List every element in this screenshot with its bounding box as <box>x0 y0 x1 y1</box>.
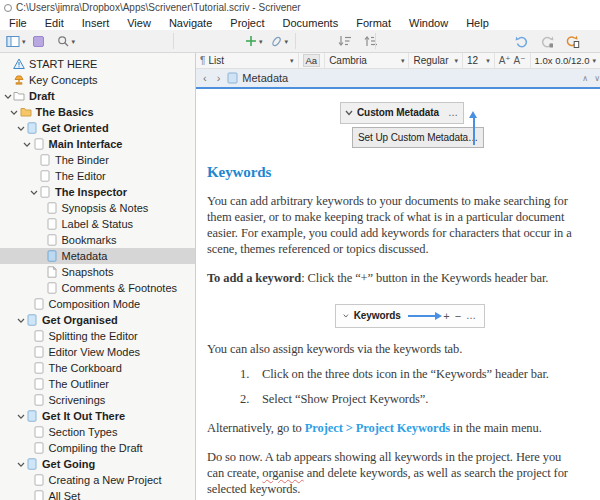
binder-item-get-it-out-there[interactable]: Get It Out There <box>0 408 195 424</box>
attach-button[interactable]: ▾ <box>268 34 291 49</box>
menu-help[interactable]: Help <box>457 15 498 30</box>
back-button[interactable]: ‹ <box>200 72 210 84</box>
binder-item-the-binder[interactable]: The Binder <box>0 152 195 168</box>
inspector-toggle-button[interactable] <box>31 35 46 48</box>
expand-chevron-icon[interactable] <box>15 317 26 324</box>
menu-view[interactable]: View <box>118 15 160 30</box>
chevron-down-icon <box>345 110 353 116</box>
expand-chevron-icon[interactable] <box>15 125 26 132</box>
expand-chevron-icon[interactable] <box>9 109 20 116</box>
binder-item-get-going[interactable]: Get Going <box>0 456 195 472</box>
binder-item-snapshots[interactable]: Snapshots <box>0 264 195 280</box>
binder-item-key-concepts[interactable]: Key Concepts <box>0 72 195 88</box>
binder-item-splitting-the-editor[interactable]: Splitting the Editor <box>0 328 195 344</box>
expand-chevron-icon[interactable] <box>15 413 26 420</box>
menu-format[interactable]: Format <box>347 15 400 30</box>
binder-sidebar: START HEREKey ConceptsDraftThe BasicsGet… <box>0 53 196 500</box>
binder-item-main-interface[interactable]: Main Interface <box>0 136 195 152</box>
toolbar-separator <box>173 33 174 49</box>
binder-item-label-status[interactable]: Label & Status <box>0 216 195 232</box>
style-select[interactable]: ¶ List ▾ <box>196 53 299 68</box>
binder-item-section-types[interactable]: Section Types <box>0 424 195 440</box>
binder-item-synopsis-notes[interactable]: Synopsis & Notes <box>0 200 195 216</box>
doc-plain-icon <box>33 298 45 310</box>
expand-header-icon[interactable]: ∨ <box>594 74 600 83</box>
binder-toggle-button[interactable]: ▾ <box>4 34 28 49</box>
binder-item-label: The Outliner <box>49 378 110 390</box>
font-select[interactable]: Cambria ▾ <box>325 53 409 68</box>
binder-item-label: Bookmarks <box>62 234 117 246</box>
chevron-down-icon: ▾ <box>259 38 263 45</box>
section-heading: Keywords <box>207 164 580 180</box>
binder-item-comments-footnotes[interactable]: Comments & Footnotes <box>0 280 195 296</box>
binder-item-get-oriented[interactable]: Get Oriented <box>0 120 195 136</box>
binder-item-editor-view-modes[interactable]: Editor View Modes <box>0 344 195 360</box>
text-format-button[interactable]: Aa <box>299 53 326 68</box>
binder-item-bookmarks[interactable]: Bookmarks <box>0 232 195 248</box>
collapse-header-icon[interactable]: ∧ <box>582 74 588 83</box>
search-button[interactable]: ▾ <box>55 34 78 49</box>
plus-icon <box>245 35 257 47</box>
font-size-select[interactable]: 12 ▾ <box>463 53 495 68</box>
paragraph: You can add arbitrary keywords to your d… <box>207 193 580 257</box>
text-run: in the main menu. <box>450 421 542 435</box>
menu-documents[interactable]: Documents <box>274 15 348 30</box>
line-spacing-select[interactable]: 1.0x 0.0/12.0 ▾ <box>531 53 600 68</box>
sync-button[interactable] <box>563 34 582 49</box>
increase-font-button[interactable]: A⁺ <box>499 55 511 66</box>
font-variant-select[interactable]: Regular ▾ <box>409 53 462 68</box>
text-run: Project > Project Keywords <box>305 421 450 435</box>
expand-chevron-icon[interactable] <box>15 461 26 468</box>
text-run: Alternatively, go to <box>207 421 305 435</box>
sort-ascending-button[interactable] <box>362 34 380 48</box>
main-toolbar: ▾ ▾ ▾ ▾ <box>0 30 600 53</box>
title-bar: C:\Users\jimra\Dropbox\Apps\Scrivener\Tu… <box>0 0 600 15</box>
sync-icon <box>565 35 580 48</box>
add-item-button[interactable]: ▾ <box>243 34 265 48</box>
binder-item-scrivenings[interactable]: Scrivenings <box>0 392 195 408</box>
menu-project[interactable]: Project <box>221 15 273 30</box>
menu-edit[interactable]: Edit <box>36 15 73 30</box>
binder-item-the-editor[interactable]: The Editor <box>0 168 195 184</box>
doc-plain-icon <box>46 202 58 214</box>
menu-window[interactable]: Window <box>400 15 457 30</box>
binder-item-the-basics[interactable]: The Basics <box>0 104 195 120</box>
text-run: To add a keyword <box>207 271 301 285</box>
font-value: Cambria <box>329 55 367 66</box>
font-scale-buttons: A⁺ A⁻ <box>495 53 531 68</box>
plus-icon: + <box>443 308 449 324</box>
figure-panel-title: Keywords <box>354 308 401 324</box>
binder-item-the-corkboard[interactable]: The Corkboard <box>0 360 195 376</box>
binder-item-all-set[interactable]: All Set <box>0 488 195 500</box>
menu-insert[interactable]: Insert <box>73 15 119 30</box>
binder-item-draft[interactable]: Draft <box>0 88 195 104</box>
doc-blue-icon <box>26 410 38 422</box>
expand-chevron-icon[interactable] <box>2 93 13 100</box>
size-value: 12 <box>467 55 478 66</box>
binder-item-the-inspector[interactable]: The Inspector <box>0 184 195 200</box>
binder-item-label: Compiling the Draft <box>49 442 143 454</box>
sort-descending-button[interactable] <box>336 34 354 48</box>
decrease-font-button[interactable]: A⁻ <box>514 55 526 66</box>
expand-chevron-icon[interactable] <box>22 141 33 148</box>
menu-file[interactable]: File <box>0 15 36 30</box>
binder-item-creating-a-new-project[interactable]: Creating a New Project <box>0 472 195 488</box>
undo-button[interactable] <box>513 34 531 49</box>
menu-navigate[interactable]: Navigate <box>160 15 221 30</box>
callout-arrow-up <box>473 117 475 145</box>
redo-button[interactable] <box>538 34 556 49</box>
binder-item-the-outliner[interactable]: The Outliner <box>0 376 195 392</box>
toolbar-separator <box>295 33 296 49</box>
binder-item-compiling-the-draft[interactable]: Compiling the Draft <box>0 440 195 456</box>
chevron-down-icon: ▾ <box>22 38 26 45</box>
sort-descending-icon <box>338 35 352 47</box>
text-run: : Click the “+” button in the Keywords h… <box>301 271 548 285</box>
binder-item-get-organised[interactable]: Get Organised <box>0 312 195 328</box>
binder-item-start-here[interactable]: START HERE <box>0 56 195 72</box>
forward-button[interactable]: › <box>214 72 224 84</box>
expand-chevron-icon[interactable] <box>28 189 39 196</box>
binder-item-composition-mode[interactable]: Composition Mode <box>0 296 195 312</box>
binder-item-metadata[interactable]: Metadata <box>0 248 195 264</box>
editor-content[interactable]: Custom Metadata … Set Up Custom Metadata… <box>196 89 600 500</box>
figure-setup-button: Set Up Custom Metadata… <box>352 127 484 148</box>
